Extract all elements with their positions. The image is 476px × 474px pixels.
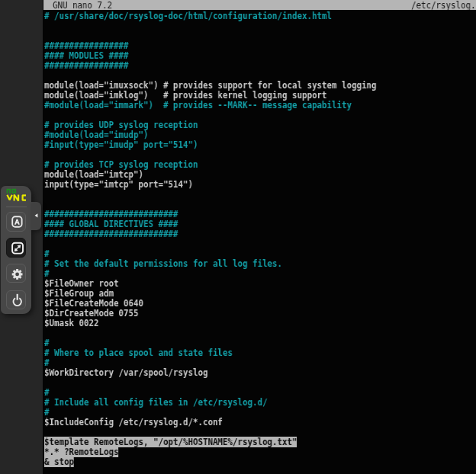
collapse-arrow-icon — [31, 202, 41, 231]
logo-vnc — [7, 194, 26, 200]
buffer-line[interactable]: $FileOwner root — [44, 278, 118, 289]
buffer-line[interactable]: $DirCreateMode 0755 — [44, 308, 138, 319]
buffer-line[interactable]: # Where to place spool and state files — [44, 347, 233, 358]
buffer-line[interactable]: # — [44, 268, 50, 279]
buffer-line[interactable]: # — [44, 387, 50, 398]
logo-separator — [6, 207, 27, 207]
novnc-screen: GNU nano 7.2 /etc/rsyslog.conf # /usr/sh… — [0, 0, 476, 474]
buffer-line[interactable]: #### MODULES #### — [44, 50, 128, 61]
buffer-line[interactable]: # — [44, 357, 50, 368]
buffer-line-selected[interactable]: & stop — [44, 456, 74, 467]
buffer-line[interactable]: # provides TCP syslog reception — [44, 159, 198, 170]
clipboard-a-icon — [7, 213, 27, 232]
nano-version-title: GNU nano 7.2 — [53, 1, 112, 10]
buffer-line[interactable]: # provides UDP syslog reception — [44, 120, 198, 130]
power-button[interactable] — [6, 290, 26, 310]
buffer-line[interactable]: module(load="imtcp") — [44, 169, 143, 180]
buffer-line[interactable]: # Set the default permissions for all lo… — [44, 258, 282, 269]
buffer-line[interactable]: # /usr/share/doc/rsyslog-doc/html/config… — [44, 11, 332, 21]
buffer-line[interactable]: # — [44, 248, 50, 259]
buffer-line[interactable]: #input(type="imudp" port="514") — [44, 139, 198, 150]
nano-titlebar: GNU nano 7.2 /etc/rsyslog.conf — [43, 0, 476, 10]
buffer-line[interactable]: $WorkDirectory /var/spool/rsyslog — [44, 367, 207, 378]
buffer-line-selected[interactable]: $template RemoteLogs, "/opt/%HOSTNAME%/r… — [44, 437, 297, 447]
terminal-display[interactable]: GNU nano 7.2 /etc/rsyslog.conf # /usr/sh… — [43, 0, 476, 474]
gear-icon — [7, 264, 27, 284]
buffer-line[interactable]: ########################### — [44, 209, 178, 219]
buffer-line[interactable]: # Include all config files in /etc/rsysl… — [44, 397, 267, 408]
buffer-line[interactable]: $FileGroup adm — [44, 288, 114, 299]
clipboard-button[interactable] — [6, 212, 26, 232]
buffer-line[interactable]: ########################### — [44, 229, 178, 239]
buffer-line[interactable]: $IncludeConfig /etc/rsyslog.d/*.conf — [44, 417, 223, 428]
fullscreen-button[interactable] — [6, 238, 26, 258]
buffer-line[interactable]: #module(load="immark") # provides --MARK… — [44, 100, 352, 110]
power-icon — [7, 291, 27, 311]
buffer-line[interactable]: ################# — [44, 60, 128, 71]
buffer-line[interactable]: input(type="imtcp" port="514") — [44, 179, 193, 190]
logo-no — [8, 189, 16, 193]
buffer-line[interactable]: $Umask 0022 — [44, 318, 99, 328]
buffer-line[interactable]: #### GLOBAL DIRECTIVES #### — [44, 219, 178, 229]
novnc-logo — [1, 188, 31, 207]
buffer-line[interactable]: # — [44, 407, 50, 418]
fullscreen-icon — [7, 239, 27, 258]
nano-edit-buffer[interactable]: # /usr/share/doc/rsyslog-doc/html/config… — [44, 11, 376, 467]
buffer-line[interactable]: module(load="imuxsock") # provides suppo… — [44, 80, 376, 91]
novnc-control-bar — [1, 186, 31, 314]
buffer-line[interactable]: $FileCreateMode 0640 — [44, 298, 143, 309]
buffer-line[interactable]: module(load="imklog") # provides kernel … — [44, 90, 326, 101]
buffer-line[interactable]: ################# — [44, 40, 128, 51]
nano-filename: /etc/rsyslog.conf — [411, 1, 476, 10]
settings-button[interactable] — [6, 264, 26, 283]
buffer-line[interactable]: #module(load="imudp") — [44, 130, 148, 140]
buffer-line-selected[interactable]: *.* ?RemoteLogs — [44, 447, 118, 457]
buffer-line[interactable]: # — [44, 338, 50, 348]
novnc-logo-icon — [1, 188, 31, 207]
control-bar-handle[interactable] — [31, 202, 41, 231]
